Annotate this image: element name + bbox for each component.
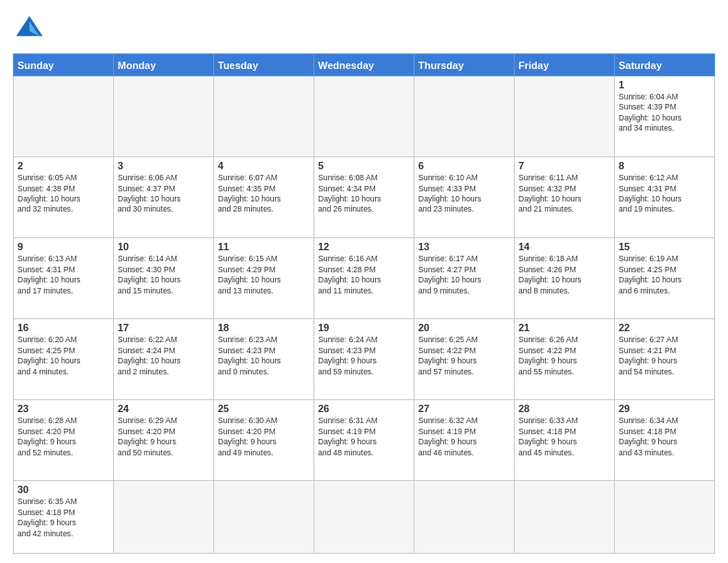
calendar-cell: 9Sunrise: 6:13 AM Sunset: 4:31 PM Daylig… (14, 238, 114, 319)
day-info: Sunrise: 6:34 AM Sunset: 4:18 PM Dayligh… (619, 416, 711, 458)
calendar-week-row: 30Sunrise: 6:35 AM Sunset: 4:18 PM Dayli… (14, 481, 715, 554)
day-number: 6 (418, 160, 510, 171)
day-number: 23 (17, 403, 109, 414)
day-number: 19 (318, 322, 410, 333)
calendar-cell: 3Sunrise: 6:06 AM Sunset: 4:37 PM Daylig… (114, 157, 214, 238)
calendar-cell: 2Sunrise: 6:05 AM Sunset: 4:38 PM Daylig… (14, 157, 114, 238)
day-info: Sunrise: 6:08 AM Sunset: 4:34 PM Dayligh… (318, 173, 410, 215)
day-number: 14 (518, 241, 610, 252)
day-info: Sunrise: 6:29 AM Sunset: 4:20 PM Dayligh… (118, 416, 210, 458)
calendar-cell: 25Sunrise: 6:30 AM Sunset: 4:20 PM Dayli… (214, 400, 314, 481)
calendar-cell (114, 481, 214, 554)
day-info: Sunrise: 6:14 AM Sunset: 4:30 PM Dayligh… (118, 254, 210, 296)
calendar-cell: 24Sunrise: 6:29 AM Sunset: 4:20 PM Dayli… (114, 400, 214, 481)
day-info: Sunrise: 6:04 AM Sunset: 4:39 PM Dayligh… (619, 92, 711, 134)
day-info: Sunrise: 6:31 AM Sunset: 4:19 PM Dayligh… (318, 416, 410, 458)
calendar-cell: 10Sunrise: 6:14 AM Sunset: 4:30 PM Dayli… (114, 238, 214, 319)
day-info: Sunrise: 6:07 AM Sunset: 4:35 PM Dayligh… (218, 173, 310, 215)
calendar-cell: 14Sunrise: 6:18 AM Sunset: 4:26 PM Dayli… (515, 238, 615, 319)
calendar-header-monday: Monday (114, 54, 214, 76)
calendar-cell: 8Sunrise: 6:12 AM Sunset: 4:31 PM Daylig… (615, 157, 715, 238)
day-number: 29 (619, 403, 711, 414)
day-number: 16 (17, 322, 109, 333)
calendar-cell (415, 481, 515, 554)
day-number: 7 (518, 160, 610, 171)
calendar-cell: 17Sunrise: 6:22 AM Sunset: 4:24 PM Dayli… (114, 319, 214, 400)
calendar-cell (314, 76, 415, 157)
day-info: Sunrise: 6:28 AM Sunset: 4:20 PM Dayligh… (17, 416, 109, 458)
calendar-cell: 21Sunrise: 6:26 AM Sunset: 4:22 PM Dayli… (515, 319, 615, 400)
day-number: 18 (218, 322, 310, 333)
day-number: 22 (619, 322, 711, 333)
day-info: Sunrise: 6:06 AM Sunset: 4:37 PM Dayligh… (118, 173, 210, 215)
calendar-cell (314, 481, 415, 554)
day-info: Sunrise: 6:16 AM Sunset: 4:28 PM Dayligh… (318, 254, 410, 296)
calendar-cell: 20Sunrise: 6:25 AM Sunset: 4:22 PM Dayli… (415, 319, 515, 400)
calendar-cell: 23Sunrise: 6:28 AM Sunset: 4:20 PM Dayli… (14, 400, 114, 481)
day-number: 28 (518, 403, 610, 414)
calendar-header-sunday: Sunday (14, 54, 114, 76)
calendar-header-friday: Friday (515, 54, 615, 76)
day-info: Sunrise: 6:20 AM Sunset: 4:25 PM Dayligh… (17, 335, 109, 377)
day-number: 26 (318, 403, 410, 414)
day-info: Sunrise: 6:11 AM Sunset: 4:32 PM Dayligh… (518, 173, 610, 215)
day-info: Sunrise: 6:19 AM Sunset: 4:25 PM Dayligh… (619, 254, 711, 296)
calendar-cell: 18Sunrise: 6:23 AM Sunset: 4:23 PM Dayli… (214, 319, 314, 400)
calendar-week-row: 2Sunrise: 6:05 AM Sunset: 4:38 PM Daylig… (14, 157, 715, 238)
day-info: Sunrise: 6:32 AM Sunset: 4:19 PM Dayligh… (418, 416, 510, 458)
calendar-cell: 1Sunrise: 6:04 AM Sunset: 4:39 PM Daylig… (615, 76, 715, 157)
calendar-cell: 16Sunrise: 6:20 AM Sunset: 4:25 PM Dayli… (14, 319, 114, 400)
day-info: Sunrise: 6:26 AM Sunset: 4:22 PM Dayligh… (518, 335, 610, 377)
calendar: SundayMondayTuesdayWednesdayThursdayFrid… (13, 53, 715, 554)
calendar-header-thursday: Thursday (415, 54, 515, 76)
day-number: 8 (619, 160, 711, 171)
day-number: 5 (318, 160, 410, 171)
day-number: 20 (418, 322, 510, 333)
page: SundayMondayTuesdayWednesdayThursdayFrid… (0, 0, 728, 563)
calendar-cell (214, 76, 314, 157)
day-number: 11 (218, 241, 310, 252)
day-info: Sunrise: 6:05 AM Sunset: 4:38 PM Dayligh… (17, 173, 109, 215)
day-number: 13 (418, 241, 510, 252)
day-number: 1 (619, 79, 711, 90)
day-number: 10 (118, 241, 210, 252)
calendar-cell (415, 76, 515, 157)
calendar-cell: 28Sunrise: 6:33 AM Sunset: 4:18 PM Dayli… (515, 400, 615, 481)
calendar-cell: 4Sunrise: 6:07 AM Sunset: 4:35 PM Daylig… (214, 157, 314, 238)
calendar-header-saturday: Saturday (615, 54, 715, 76)
calendar-week-row: 23Sunrise: 6:28 AM Sunset: 4:20 PM Dayli… (14, 400, 715, 481)
logo (13, 13, 50, 46)
calendar-cell: 22Sunrise: 6:27 AM Sunset: 4:21 PM Dayli… (615, 319, 715, 400)
calendar-cell (114, 76, 214, 157)
day-number: 9 (17, 241, 109, 252)
day-number: 3 (118, 160, 210, 171)
day-number: 15 (619, 241, 711, 252)
logo-icon (13, 13, 46, 46)
day-info: Sunrise: 6:27 AM Sunset: 4:21 PM Dayligh… (619, 335, 711, 377)
calendar-cell: 27Sunrise: 6:32 AM Sunset: 4:19 PM Dayli… (415, 400, 515, 481)
day-info: Sunrise: 6:24 AM Sunset: 4:23 PM Dayligh… (318, 335, 410, 377)
day-info: Sunrise: 6:22 AM Sunset: 4:24 PM Dayligh… (118, 335, 210, 377)
calendar-cell: 13Sunrise: 6:17 AM Sunset: 4:27 PM Dayli… (415, 238, 515, 319)
day-info: Sunrise: 6:25 AM Sunset: 4:22 PM Dayligh… (418, 335, 510, 377)
day-info: Sunrise: 6:12 AM Sunset: 4:31 PM Dayligh… (619, 173, 711, 215)
day-info: Sunrise: 6:13 AM Sunset: 4:31 PM Dayligh… (17, 254, 109, 296)
calendar-week-row: 9Sunrise: 6:13 AM Sunset: 4:31 PM Daylig… (14, 238, 715, 319)
day-number: 21 (518, 322, 610, 333)
day-number: 17 (118, 322, 210, 333)
day-info: Sunrise: 6:35 AM Sunset: 4:18 PM Dayligh… (17, 497, 109, 539)
header (13, 13, 715, 46)
calendar-cell (14, 76, 114, 157)
day-number: 27 (418, 403, 510, 414)
calendar-cell: 26Sunrise: 6:31 AM Sunset: 4:19 PM Dayli… (314, 400, 415, 481)
calendar-header-wednesday: Wednesday (314, 54, 415, 76)
calendar-cell: 6Sunrise: 6:10 AM Sunset: 4:33 PM Daylig… (415, 157, 515, 238)
day-info: Sunrise: 6:23 AM Sunset: 4:23 PM Dayligh… (218, 335, 310, 377)
day-number: 25 (218, 403, 310, 414)
day-number: 30 (17, 484, 109, 495)
calendar-cell: 15Sunrise: 6:19 AM Sunset: 4:25 PM Dayli… (615, 238, 715, 319)
calendar-cell (615, 481, 715, 554)
calendar-week-row: 16Sunrise: 6:20 AM Sunset: 4:25 PM Dayli… (14, 319, 715, 400)
calendar-cell: 11Sunrise: 6:15 AM Sunset: 4:29 PM Dayli… (214, 238, 314, 319)
calendar-cell: 7Sunrise: 6:11 AM Sunset: 4:32 PM Daylig… (515, 157, 615, 238)
